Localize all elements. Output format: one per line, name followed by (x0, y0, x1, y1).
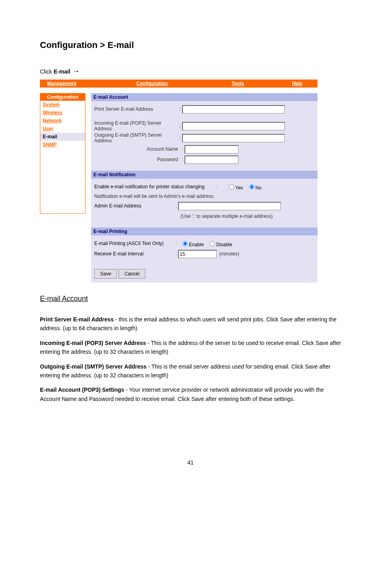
input-account-name[interactable] (185, 145, 238, 153)
cancel-button[interactable]: Cancel (119, 269, 145, 279)
colon: : (215, 184, 219, 189)
input-print-server-email[interactable] (182, 105, 285, 114)
config-screenshot: Management Configuration Tools Help Conf… (40, 80, 318, 283)
doc-intro: Click E-mail → (40, 66, 365, 76)
nav-tools[interactable]: Tools (228, 81, 248, 86)
section-notification-title: E-mail Notification (91, 171, 318, 179)
input-receive-interval[interactable] (178, 250, 217, 258)
nav-management[interactable]: Management (43, 81, 80, 86)
radio-notify-yes[interactable] (229, 184, 234, 189)
section-account-title: E-mail Account (91, 93, 318, 101)
save-button[interactable]: Save (94, 269, 117, 279)
notification-note: Notification e-mail will be sent to Admi… (94, 192, 314, 200)
colon: : (178, 135, 182, 141)
topnav: Management Configuration Tools Help (40, 80, 318, 88)
intro-bold: E-mail (54, 68, 70, 75)
colon: : (174, 251, 178, 257)
sidebar-item-network[interactable]: Network (40, 117, 85, 125)
nav-help[interactable]: Help (288, 81, 306, 86)
label-receive-interval: Receive E-mail Interval (94, 251, 174, 257)
label-account-name: Account Name (94, 146, 181, 152)
p3-bold: Outgoing E-mail (SMTP) Server Address (40, 363, 147, 370)
label-print-server-email: Print Server E-mail Address (94, 106, 178, 112)
p1-bold: Print Server E-mail Address (40, 316, 114, 323)
label-admin-email: Admin E-mail Address (94, 203, 174, 209)
radio-notify-no[interactable] (249, 184, 254, 189)
colon: : (174, 203, 178, 209)
p2-bold: Incoming E-mail (POP3) Server Address (40, 340, 146, 346)
sidebar-item-snmp[interactable]: SNMP (40, 141, 85, 149)
radio-print-disable[interactable] (210, 241, 215, 246)
intro-click: Click (40, 68, 52, 75)
label-enable-notification: Enable e-mail notification for printer s… (94, 184, 215, 189)
colon: : (178, 123, 182, 129)
sidebar-item-email[interactable]: E-mail (40, 133, 85, 141)
sidebar-item-user[interactable]: User (40, 125, 85, 133)
arrow-icon: → (72, 66, 80, 75)
radio-print-enable-label[interactable]: Enable (181, 240, 204, 247)
sidebar: Configuration System Wireless Network Us… (40, 93, 85, 214)
radio-print-disable-label[interactable]: Disable (208, 240, 232, 247)
interval-unit: (minutes) (217, 251, 239, 257)
input-password[interactable] (185, 155, 238, 164)
page-heading: Configuration > E-mail (40, 40, 365, 50)
content-panel: E-mail Account Print Server E-mail Addre… (91, 93, 318, 283)
sidebar-item-system[interactable]: System (40, 101, 85, 109)
p4-bold: E-mail Account (POP3) Settings (40, 387, 124, 393)
input-incoming-pop3[interactable] (182, 122, 285, 130)
radio-notify-no-label[interactable]: No (247, 183, 262, 191)
radio-notify-yes-label[interactable]: Yes (227, 183, 243, 191)
colon: : (178, 106, 182, 112)
label-incoming-pop3: Incoming E-mail (POP3) Server Address (94, 120, 178, 132)
section-printing-title: E-mail Printing (91, 227, 318, 235)
page-number: 41 (16, 459, 365, 466)
input-admin-email[interactable] (178, 202, 281, 210)
label-email-printing: E-mail Printing (ASCII Text Only) (94, 241, 174, 246)
sidebar-title: Configuration (40, 94, 85, 101)
admin-email-hint: (Use ',' to separate multiple e-mail add… (178, 213, 273, 219)
doc-subsection-title: E-mail Account (40, 295, 365, 303)
nav-configuration[interactable]: Configuration (132, 81, 172, 86)
colon: : (174, 241, 178, 246)
colon: : (181, 146, 185, 152)
sidebar-item-wireless[interactable]: Wireless (40, 109, 85, 117)
label-outgoing-smtp: Outgoing E-mail (SMTP) Server Address (94, 132, 178, 144)
label-password: Password (94, 157, 181, 162)
doc-body: Print Server E-mail Address - this is th… (40, 315, 341, 403)
input-outgoing-smtp[interactable] (182, 134, 285, 142)
radio-print-enable[interactable] (183, 241, 188, 246)
colon: : (181, 157, 185, 162)
